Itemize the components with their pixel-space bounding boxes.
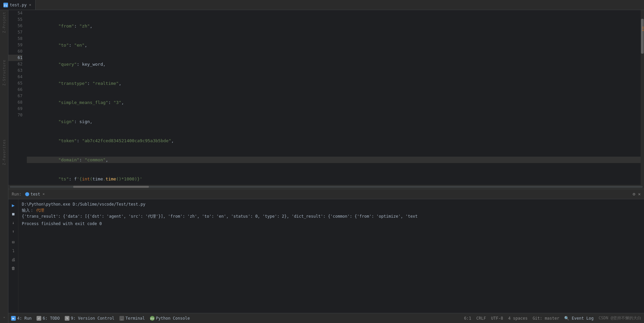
print-button[interactable]: 🖨 <box>10 256 17 263</box>
ln-63: 63 <box>8 67 22 74</box>
stop-button[interactable]: ■ <box>10 211 17 217</box>
scrollbar-markers <box>642 10 644 185</box>
python-console-icon: py <box>150 316 155 321</box>
play-button[interactable]: ▶ <box>10 202 17 209</box>
run-settings: ⚙ ✕ <box>633 192 641 197</box>
h-scrollbar-track <box>10 186 643 188</box>
run-toolbar-label: 4: Run <box>17 316 32 321</box>
code-line-55: "to": "en", <box>27 42 641 48</box>
ln-61: 61 <box>8 55 22 61</box>
python-console-toolbar-item[interactable]: py Python Console <box>150 316 190 321</box>
run-input-line: 输入： 代理 <box>22 207 641 213</box>
code-line-60: "token": "ab7c42fced834521400ca9c95a3b5b… <box>27 138 641 144</box>
event-log-label[interactable]: 🔍 Event Log <box>564 316 593 321</box>
code-lines[interactable]: "from": "zh", "to": "en", "query": key_w… <box>25 10 641 185</box>
ln-56: 56 <box>8 23 22 29</box>
ln-54: 54 <box>8 10 22 16</box>
tab-filename: test.py <box>10 3 27 7</box>
status-indent: 4 spaces <box>508 316 528 321</box>
delete-button[interactable]: 🗑 <box>10 265 17 272</box>
star-icon: ★ <box>2 316 6 320</box>
code-line-58: "simple_means_flag": "3", <box>27 99 641 106</box>
run-panel: Run: test × ⚙ ✕ ▶ ■ ↓ ↑ ⊟ ⤵ <box>8 189 644 313</box>
z-structure-label[interactable]: Z-Structure <box>2 60 6 86</box>
code-line-61: "domain": "common", <box>27 157 641 163</box>
vc-icon: ⌥ <box>65 316 69 321</box>
gear-icon[interactable]: ⚙ <box>633 192 635 197</box>
run-tab-name: test <box>31 192 40 197</box>
bottom-toolbar: ▶ 4: Run ✓ 6: TODO ⌥ 9: Version Control … <box>8 313 644 323</box>
ln-58: 58 <box>8 36 22 42</box>
tab-bar: py test.py × <box>0 0 644 10</box>
run-close-icon[interactable]: ✕ <box>638 192 641 197</box>
z-favorites-label[interactable]: Z-Favorites <box>2 139 6 165</box>
event-log-text: Event Log <box>572 316 594 321</box>
python-console-toolbar-label: Python Console <box>156 316 190 321</box>
left-sidebar: Z-Project Z-Structure Z-Favorites ★ <box>0 10 8 323</box>
code-line-56: "query": key_word, <box>27 61 641 67</box>
status-right: 6:1 CRLF UTF-8 4 spaces Git: master 🔍 Ev… <box>464 315 641 321</box>
scroll-to-end-button[interactable]: ⤵ <box>10 248 17 254</box>
run-input-label: 输入： <box>22 208 34 213</box>
python-file-icon: py <box>3 3 8 7</box>
scroll-marker <box>642 30 644 31</box>
code-editor: 54 55 56 57 58 59 60 61 62 63 64 65 66 6… <box>8 10 644 185</box>
ln-64: 64 <box>8 74 22 80</box>
run-command-line: D:\Python\python.exe D:/Sublime/vscode/T… <box>22 201 641 207</box>
ln-68: 68 <box>8 99 22 106</box>
scroll-up-button[interactable]: ↑ <box>10 228 17 235</box>
run-toolbar-item[interactable]: ▶ 4: Run <box>11 316 32 321</box>
vertical-scrollbar[interactable] <box>641 10 644 185</box>
run-tab-close[interactable]: × <box>43 192 45 196</box>
user-label: CSDN @坚持不懈的大白 <box>599 315 641 321</box>
run-body: ▶ ■ ↓ ↑ ⊟ ⤵ 🖨 🗑 D:\Python\python.exe D:/… <box>8 199 644 313</box>
ln-62: 62 <box>8 61 22 67</box>
split-button[interactable]: ⊟ <box>10 239 17 246</box>
todo-toolbar-label: 6: TODO <box>43 316 60 321</box>
ln-57: 57 <box>8 29 22 36</box>
run-tab[interactable]: test × <box>23 192 47 197</box>
ln-59: 59 <box>8 42 22 48</box>
terminal-toolbar-label: Terminal <box>125 316 145 321</box>
h-scrollbar-thumb <box>73 186 149 188</box>
run-icon: ▶ <box>11 316 16 321</box>
code-line-57: "transtype": "realtime", <box>27 80 641 87</box>
terminal-icon: _ <box>119 316 124 321</box>
version-control-toolbar-item[interactable]: ⌥ 9: Version Control <box>65 316 114 321</box>
run-result-line: {'trans_result': {'data': [{'dst': 'agen… <box>22 213 641 219</box>
run-header: Run: test × ⚙ ✕ <box>8 189 644 199</box>
status-crlf: CRLF <box>476 316 486 321</box>
status-position: 6:1 <box>464 316 471 321</box>
scroll-marker <box>642 27 644 28</box>
ln-67: 67 <box>8 93 22 99</box>
ln-70: 70 <box>8 112 22 118</box>
vc-toolbar-label: 9: Version Control <box>71 316 114 321</box>
horizontal-scrollbar[interactable] <box>8 185 644 189</box>
run-output: D:\Python\python.exe D:/Sublime/vscode/T… <box>18 199 644 313</box>
terminal-toolbar-item[interactable]: _ Terminal <box>119 316 145 321</box>
search-icon: 🔍 <box>564 316 569 321</box>
ln-55: 55 <box>8 16 22 23</box>
line-numbers: 54 55 56 57 58 59 60 61 62 63 64 65 66 6… <box>8 10 25 185</box>
ln-60: 60 <box>8 48 22 55</box>
editor-area: 54 55 56 57 58 59 60 61 62 63 64 65 66 6… <box>8 10 644 323</box>
todo-icon: ✓ <box>37 316 41 321</box>
scroll-marker <box>642 29 644 29</box>
run-exit-line: Process finished with exit code 0 <box>22 221 641 227</box>
todo-toolbar-item[interactable]: ✓ 6: TODO <box>37 316 60 321</box>
main-area: Z-Project Z-Structure Z-Favorites ★ 54 5… <box>0 10 644 323</box>
code-line-62: "ts": f'{int(time.time()*1000)}' <box>27 176 641 182</box>
tab-close-button[interactable]: × <box>29 2 32 7</box>
ln-65: 65 <box>8 80 22 87</box>
code-line-54: "from": "zh", <box>27 23 641 29</box>
ln-69: 69 <box>8 106 22 112</box>
z-project-label[interactable]: Z-Project <box>2 12 6 33</box>
run-tab-icon <box>25 192 29 196</box>
run-input-value: 代理 <box>36 208 44 213</box>
scroll-down-button[interactable]: ↓ <box>10 219 17 226</box>
status-charset: UTF-8 <box>491 316 503 321</box>
ln-66: 66 <box>8 87 22 93</box>
run-label: Run: <box>12 192 21 197</box>
code-line-59: "sign": sign, <box>27 118 641 125</box>
file-tab[interactable]: py test.py × <box>0 0 36 10</box>
